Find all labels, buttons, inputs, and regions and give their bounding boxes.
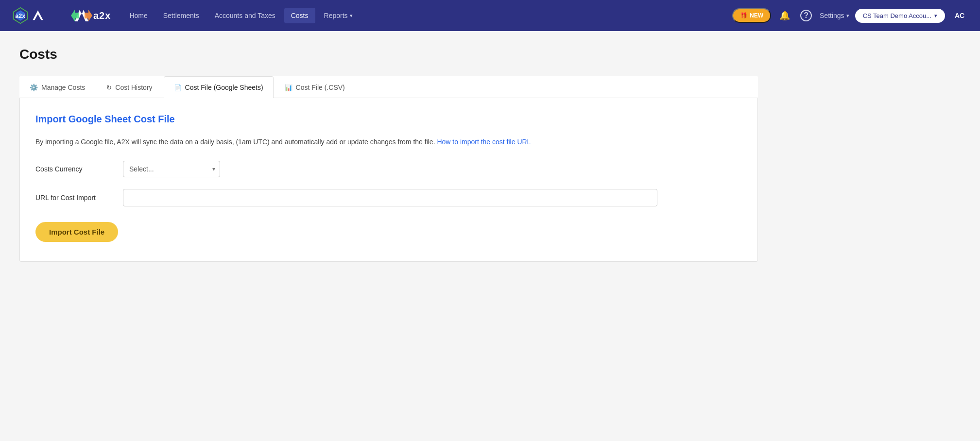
svg-marker-3 [33,10,43,20]
bell-icon: 🔔 [779,10,790,21]
tabs-row: ⚙️ Manage Costs ↻ Cost History 📄 Cost Fi… [19,76,758,98]
nav-right: 🎁 NEW 🔔 ? Settings ▾ CS Team Demo Accou.… [732,7,968,24]
import-cost-file-button[interactable]: Import Cost File [35,222,118,242]
navbar: a2x a2x Home Settlements Accounts and Ta… [0,0,980,31]
main-card: Import Google Sheet Cost File By importi… [19,98,758,262]
tab-cost-history[interactable]: ↻ Cost History [96,76,162,98]
csv-icon: 📊 [285,84,292,91]
url-row: URL for Cost Import [35,189,742,206]
nav-settlements[interactable]: Settlements [156,8,206,23]
logo[interactable]: a2x [12,7,61,24]
settings-chevron-icon: ▾ [846,13,849,19]
settings-button[interactable]: Settings ▾ [820,12,849,19]
costs-currency-label: Costs Currency [35,165,113,173]
url-label: URL for Cost Import [35,194,113,202]
logo-label: a2x [93,10,111,21]
google-sheets-icon: 📄 [174,84,182,91]
avatar[interactable]: AC [951,7,968,24]
page-title: Costs [19,47,758,62]
nav-reports[interactable]: Reports ▾ [317,8,360,23]
tab-cost-file-google[interactable]: 📄 Cost File (Google Sheets) [164,76,274,98]
nav-home[interactable]: Home [122,8,154,23]
notifications-button[interactable]: 🔔 [777,8,792,23]
reports-chevron-icon: ▾ [350,13,353,19]
new-badge-button[interactable]: 🎁 NEW [732,8,771,23]
nav-costs[interactable]: Costs [284,8,315,23]
tabs-container: ⚙️ Manage Costs ↻ Cost History 📄 Cost Fi… [19,76,758,98]
url-input[interactable] [123,189,657,206]
section-title: Import Google Sheet Cost File [35,114,742,125]
svg-text:a2x: a2x [15,13,25,19]
a2x-wordmark [32,7,61,24]
nav-accounts[interactable]: Accounts and Taxes [208,8,282,23]
gear-icon: ⚙️ [30,84,38,91]
tab-manage-costs[interactable]: ⚙️ Manage Costs [19,76,95,98]
description-text: By importing a Google file, A2X will syn… [35,136,742,147]
tab-cost-file-csv[interactable]: 📊 Cost File (.CSV) [275,76,355,98]
refresh-icon: ↻ [106,84,112,91]
nav-links: Home Settlements Accounts and Taxes Cost… [122,8,732,23]
page-content: Costs ⚙️ Manage Costs ↻ Cost History 📄 C… [0,31,777,277]
help-button[interactable]: ? [798,8,814,23]
account-button[interactable]: CS Team Demo Accou... ▾ [855,9,945,23]
costs-currency-select-wrapper: Select... USD GBP EUR AUD CAD ▾ [123,161,220,177]
costs-currency-row: Costs Currency Select... USD GBP EUR AUD… [35,161,742,177]
a2x-logo-icon: a2x [12,7,29,24]
logo-svg [71,8,92,23]
gift-icon: 🎁 [740,12,747,19]
account-chevron-icon: ▾ [934,13,937,19]
question-icon: ? [800,10,812,21]
help-link[interactable]: How to import the cost file URL [437,138,531,146]
costs-currency-select[interactable]: Select... USD GBP EUR AUD CAD [123,161,220,177]
a2x-logo[interactable]: a2x [71,8,111,23]
